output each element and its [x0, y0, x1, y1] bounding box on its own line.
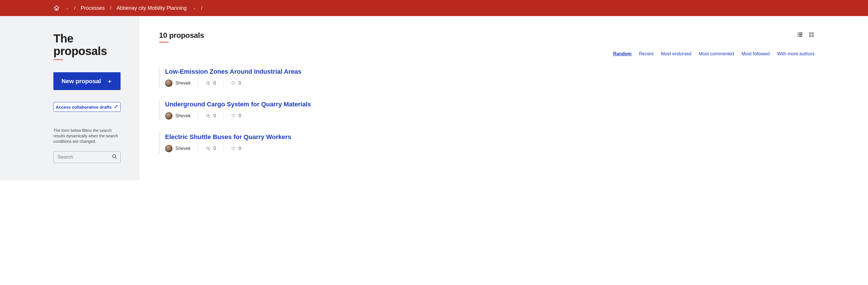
list-view-icon[interactable] [797, 32, 803, 39]
comments-count: 0 [213, 80, 216, 86]
sort-most-followed[interactable]: Most followed [741, 51, 770, 57]
meta-separator [198, 145, 198, 152]
sort-random[interactable]: Random [613, 51, 631, 57]
svg-rect-3 [799, 33, 802, 34]
proposal-card: Low-Emission Zones Around Industrial Are… [159, 67, 815, 88]
comments-count: 0 [213, 113, 216, 118]
breadcrumb-current[interactable]: Abbenay city Mobility Planning [117, 5, 187, 11]
heart-icon [231, 113, 236, 118]
proposal-title[interactable]: Electric Shuttle Buses for Quarry Worker… [165, 133, 815, 141]
breadcrumb-separator: / [74, 5, 75, 11]
breadcrumb-separator: / [110, 5, 112, 11]
svg-rect-5 [799, 34, 802, 35]
breadcrumb-processes[interactable]: Processes [81, 5, 105, 11]
sort-with-more-authors[interactable]: With more authors [777, 51, 815, 57]
comments-stat[interactable]: 0 [206, 80, 223, 86]
likes-count: 0 [239, 113, 241, 118]
meta-separator [223, 113, 224, 119]
proposal-card: Underground Cargo System for Quarry Mate… [159, 100, 815, 121]
meta-separator [198, 80, 198, 86]
proposals-count: 10 proposals [159, 31, 204, 40]
svg-rect-2 [798, 33, 799, 34]
proposal-title[interactable]: Underground Cargo System for Quarry Mate… [165, 101, 815, 108]
meta-separator [223, 80, 224, 86]
sort-most-commented[interactable]: Most commented [699, 51, 734, 57]
svg-rect-7 [799, 36, 802, 37]
breadcrumb-separator: / [201, 5, 203, 11]
likes-stat[interactable]: 0 [231, 80, 249, 86]
sort-tabs: Random Recent Most endorsed Most comment… [159, 51, 815, 57]
count-underline [159, 42, 169, 43]
main-content: 10 proposals Random Recent Most endorsed… [140, 16, 868, 180]
likes-count: 0 [239, 80, 241, 86]
access-drafts-button[interactable]: Access collaborative drafts [53, 102, 121, 112]
new-proposal-button[interactable]: New proposal ＋ [53, 72, 121, 90]
avatar[interactable] [165, 79, 173, 87]
search-field-wrap [53, 151, 121, 163]
heart-icon [231, 146, 236, 151]
svg-rect-10 [809, 35, 811, 37]
proposal-title[interactable]: Low-Emission Zones Around Industrial Are… [165, 68, 815, 75]
likes-stat[interactable]: 0 [231, 146, 249, 151]
breadcrumb-bar: ⌄ / Processes / Abbenay city Mobility Pl… [0, 0, 868, 16]
filter-help-text: The form below filters the search result… [53, 128, 121, 144]
pencil-icon [114, 104, 118, 110]
access-drafts-label: Access collaborative drafts [56, 105, 112, 110]
svg-point-0 [113, 154, 116, 158]
likes-count: 0 [239, 146, 241, 151]
svg-rect-9 [812, 32, 814, 34]
page-title: The proposals [53, 32, 121, 57]
comments-stat[interactable]: 0 [206, 113, 223, 118]
svg-line-1 [115, 157, 117, 158]
heart-icon [231, 80, 236, 86]
avatar[interactable] [165, 145, 173, 152]
chevron-down-icon[interactable]: ⌄ [193, 6, 196, 10]
proposal-author[interactable]: Shevek [175, 146, 191, 151]
search-input[interactable] [53, 151, 121, 163]
sort-recent[interactable]: Recent [639, 51, 654, 57]
comments-stat[interactable]: 0 [206, 146, 223, 151]
sort-most-endorsed[interactable]: Most endorsed [661, 51, 691, 57]
home-icon[interactable] [53, 5, 60, 11]
proposal-author[interactable]: Shevek [175, 113, 191, 118]
svg-rect-8 [809, 32, 811, 34]
proposal-author[interactable]: Shevek [175, 80, 191, 86]
svg-rect-4 [798, 34, 799, 35]
comment-icon [206, 113, 211, 118]
comment-icon [206, 146, 211, 151]
svg-rect-11 [812, 35, 814, 37]
search-icon[interactable] [112, 154, 117, 160]
comment-icon [206, 80, 211, 86]
sidebar: The proposals New proposal ＋ Access coll… [0, 16, 140, 180]
meta-separator [223, 145, 224, 152]
new-proposal-label: New proposal [61, 78, 101, 84]
proposal-card: Electric Shuttle Buses for Quarry Worker… [159, 132, 815, 153]
avatar[interactable] [165, 112, 173, 119]
likes-stat[interactable]: 0 [231, 113, 249, 118]
chevron-down-icon[interactable]: ⌄ [66, 6, 69, 10]
proposals-list: Low-Emission Zones Around Industrial Are… [159, 67, 815, 153]
title-underline [53, 59, 63, 60]
grid-view-icon[interactable] [808, 32, 815, 39]
comments-count: 0 [213, 146, 216, 151]
meta-separator [198, 113, 198, 119]
svg-rect-6 [798, 36, 799, 37]
plus-icon: ＋ [107, 77, 113, 85]
